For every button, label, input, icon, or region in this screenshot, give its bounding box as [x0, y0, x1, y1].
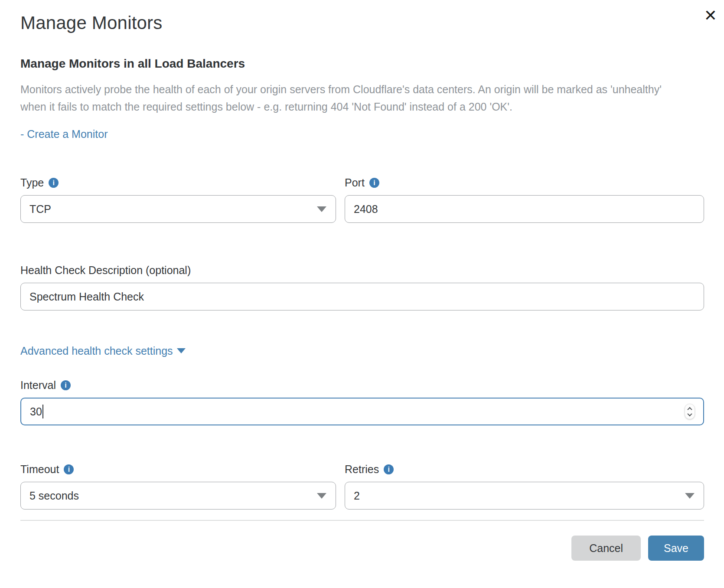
close-icon[interactable]: ✕ [702, 6, 719, 25]
type-label: Type [20, 176, 44, 189]
info-icon[interactable]: i [384, 464, 394, 474]
retries-select-value: 2 [354, 490, 360, 502]
text-cursor [42, 405, 43, 418]
health-check-description-input[interactable] [20, 283, 704, 310]
info-icon[interactable]: i [369, 178, 379, 188]
chevron-down-icon [317, 493, 326, 499]
type-select-value: TCP [29, 203, 51, 216]
timeout-label: Timeout [20, 463, 59, 476]
number-stepper[interactable] [685, 404, 695, 419]
timeout-retries-row: Timeout i 5 seconds Retries i 2 [20, 463, 704, 510]
timeout-select[interactable]: 5 seconds [20, 482, 336, 510]
port-input[interactable] [345, 195, 704, 223]
type-select[interactable]: TCP [20, 195, 336, 223]
info-icon[interactable]: i [61, 380, 71, 390]
info-icon[interactable]: i [64, 464, 74, 474]
retries-field: Retries i 2 [345, 463, 704, 510]
footer-divider [20, 520, 704, 521]
manage-monitors-modal: ✕ Manage Monitors Manage Monitors in all… [20, 12, 704, 561]
advanced-settings-link[interactable]: Advanced health check settings [20, 343, 186, 358]
footer-actions: Cancel Save [20, 536, 704, 561]
info-icon[interactable]: i [49, 178, 59, 188]
interval-label: Interval [20, 379, 56, 392]
type-port-row: Type i TCP Port i [20, 176, 704, 223]
advanced-settings-label: Advanced health check settings [20, 345, 173, 357]
create-monitor-link[interactable]: - Create a Monitor [20, 127, 108, 141]
save-button[interactable]: Save [648, 536, 704, 561]
interval-field: Interval i 30 [20, 379, 704, 425]
retries-select[interactable]: 2 [345, 482, 704, 510]
chevron-down-icon [317, 206, 326, 212]
section-description: Monitors actively probe the health of ea… [20, 81, 662, 115]
chevron-down-icon [685, 493, 695, 499]
chevron-down-icon [177, 348, 186, 353]
retries-label: Retries [345, 463, 379, 476]
chevron-up-icon [687, 407, 692, 412]
port-label: Port [345, 176, 365, 189]
type-field: Type i TCP [20, 176, 336, 223]
interval-value: 30 [30, 405, 42, 418]
health-check-description-field: Health Check Description (optional) [20, 264, 704, 310]
health-check-description-label: Health Check Description (optional) [20, 264, 191, 277]
interval-input[interactable]: 30 [20, 398, 704, 425]
cancel-button[interactable]: Cancel [571, 536, 641, 561]
port-field: Port i [345, 176, 704, 223]
chevron-down-icon [687, 411, 692, 416]
timeout-field: Timeout i 5 seconds [20, 463, 336, 510]
modal-title: Manage Monitors [20, 12, 704, 34]
section-heading: Manage Monitors in all Load Balancers [20, 56, 704, 71]
timeout-select-value: 5 seconds [29, 490, 79, 502]
